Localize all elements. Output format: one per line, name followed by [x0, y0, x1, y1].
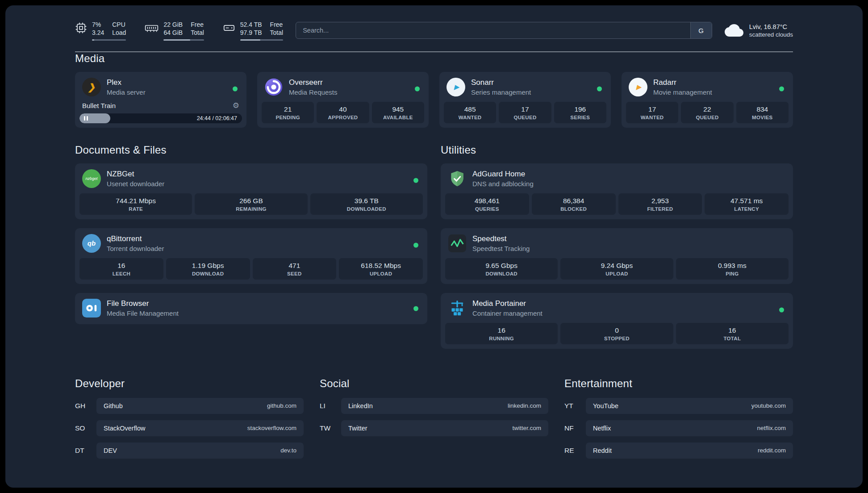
service-stats: 16 RUNNING 0 STOPPED 16 TOTAL: [445, 323, 789, 344]
bookmark-domain: stackoverflow.com: [247, 425, 296, 431]
bookmark-abbr: RE: [564, 447, 586, 455]
stat-value: 40: [318, 105, 367, 113]
stat-tile-running: 16 RUNNING: [445, 323, 558, 344]
bookmark-youtube[interactable]: YouTube youtube.com: [586, 398, 793, 414]
bookmark-domain: reddit.com: [758, 447, 786, 454]
memory-usage-bar: [163, 39, 204, 41]
bookmark-linkedin[interactable]: LinkedIn linkedin.com: [341, 398, 548, 414]
stat-label: TOTAL: [678, 336, 787, 341]
stat-tile-queued: 17 QUEUED: [499, 102, 551, 123]
service-stats: 485 WANTED 17 QUEUED 196 SERIES: [444, 102, 606, 123]
stat-value: 485: [446, 105, 494, 113]
search-provider-button[interactable]: G: [690, 22, 712, 38]
stat-tile-download: 1.19 Gbps DOWNLOAD: [166, 258, 250, 280]
memory-free-label: Free: [191, 21, 204, 29]
status-dot: [779, 87, 784, 92]
adguard-icon: [448, 169, 467, 188]
bookmark-reddit[interactable]: Reddit reddit.com: [586, 443, 793, 459]
cpu-percent: 7%: [92, 21, 104, 29]
service-desc: Speedtest Tracking: [472, 245, 530, 252]
bookmark-name: YouTube: [593, 402, 618, 409]
status-dot: [413, 243, 418, 248]
service-link-adguard[interactable]: AdGuard Home DNS and adblocking: [445, 168, 789, 193]
search-bar: G: [296, 22, 712, 39]
playback-progress-bar[interactable]: 24:44 / 02:06:47: [79, 113, 242, 123]
service-desc: Torrent downloader: [107, 245, 164, 252]
filebrowser-icon: [82, 299, 101, 318]
service-name: Sonarr: [471, 78, 531, 87]
bookmark-row: NF Netflix netflix.com: [564, 420, 793, 436]
stat-value: 0: [562, 326, 671, 334]
pause-icon[interactable]: [84, 116, 88, 121]
main-content: Media ❯ Plex Media server Bullet Train ⚙: [5, 52, 863, 480]
bookmark-twitter[interactable]: Twitter twitter.com: [341, 420, 548, 436]
stat-label: DOWNLOAD: [168, 271, 248, 276]
gear-icon[interactable]: ⚙: [233, 102, 239, 109]
service-stats: 498,461 QUERIES 86,384 BLOCKED 2,953 FIL…: [445, 193, 789, 215]
disk-usage-bar: [240, 39, 283, 41]
bookmark-name: Netflix: [593, 425, 611, 432]
stat-value: 196: [556, 105, 605, 113]
stat-value: 17: [628, 105, 676, 113]
stat-value: 266 GB: [196, 197, 305, 205]
service-link-portainer[interactable]: Media Portainer Container management: [445, 297, 789, 323]
service-link-filebrowser[interactable]: File Browser Media File Management: [79, 297, 423, 320]
section-title-media: Media: [75, 52, 793, 65]
stat-label: LEECH: [81, 271, 162, 276]
service-stats: 9.65 Gbps DOWNLOAD 9.24 Gbps UPLOAD 0.99…: [445, 258, 789, 280]
section-title-entertainment: Entertainment: [564, 377, 793, 390]
bookmark-stackoverflow[interactable]: StackOverflow stackoverflow.com: [96, 420, 304, 436]
service-link-plex[interactable]: ❯ Plex Media server: [79, 76, 242, 102]
portainer-icon: [448, 299, 467, 318]
documents-column: Documents & Files nzbget NZBGet Usenet d…: [75, 144, 427, 324]
stat-label: LATENCY: [706, 206, 787, 212]
service-link-overseerr[interactable]: Overseerr Media Requests: [262, 76, 424, 102]
stat-label: DOWNLOAD: [447, 271, 556, 276]
stat-label: UPLOAD: [341, 271, 421, 276]
stat-value: 744.21 Mbps: [81, 197, 190, 205]
bookmark-domain: linkedin.com: [508, 402, 541, 409]
service-link-nzbget[interactable]: nzbget NZBGet Usenet downloader: [79, 168, 423, 193]
stat-tile-queued: 22 QUEUED: [681, 102, 733, 123]
service-name: Radarr: [653, 78, 712, 87]
search-input[interactable]: [296, 22, 690, 38]
service-desc: DNS and adblocking: [472, 180, 534, 188]
stat-value: 2,953: [620, 197, 701, 205]
bookmark-row: DT DEV dev.to: [75, 443, 304, 459]
cpu-usage-bar: [92, 39, 126, 41]
bookmark-github[interactable]: Github github.com: [96, 398, 304, 414]
bookmark-group-developer: Developer GH Github github.com SO StackO…: [75, 377, 304, 459]
qbittorrent-icon: qb: [82, 234, 101, 253]
service-link-qbittorrent[interactable]: qb qBittorrent Torrent downloader: [79, 233, 423, 258]
dashboard: 7% 3.24 CPU Load: [5, 5, 863, 488]
memory-icon: [145, 22, 159, 34]
bookmark-row: GH Github github.com: [75, 398, 304, 414]
status-dot: [233, 87, 238, 92]
service-link-sonarr[interactable]: ▶ Sonarr Series management: [444, 76, 606, 102]
stat-value: 834: [738, 105, 787, 113]
stat-value: 9.65 Gbps: [447, 262, 556, 270]
stat-label: PING: [678, 271, 787, 276]
service-card-qbittorrent: qb qBittorrent Torrent downloader 16 LEE…: [75, 228, 427, 284]
stat-label: WANTED: [628, 115, 676, 120]
stat-value: 0.993 ms: [678, 262, 787, 270]
stat-label: FILTERED: [620, 206, 701, 212]
bookmark-netflix[interactable]: Netflix netflix.com: [586, 420, 793, 436]
stat-label: STOPPED: [562, 336, 671, 341]
bookmark-name: Github: [104, 402, 123, 409]
service-link-radarr[interactable]: ▶ Radarr Movie management: [626, 76, 789, 102]
stat-tile-rate: 744.21 Mbps RATE: [79, 193, 192, 215]
service-stats: 16 LEECH 1.19 Gbps DOWNLOAD 471 SEED 6: [79, 258, 423, 280]
service-desc: Movie management: [653, 88, 712, 96]
service-desc: Media Requests: [289, 88, 337, 96]
service-name: qBittorrent: [107, 234, 164, 243]
service-link-speedtest[interactable]: Speedtest Speedtest Tracking: [445, 233, 789, 258]
stat-tile-filtered: 2,953 FILTERED: [618, 193, 702, 215]
stat-tile-upload: 618.52 Mbps UPLOAD: [339, 258, 423, 280]
stat-value: 945: [374, 105, 422, 113]
bookmark-dev[interactable]: DEV dev.to: [96, 443, 304, 459]
service-name: AdGuard Home: [472, 170, 534, 179]
weather-widget: Lviv, 16.87°C scattered clouds: [725, 23, 793, 38]
cpu-icon: [75, 22, 87, 34]
service-stats: 17 WANTED 22 QUEUED 834 MOVIES: [626, 102, 789, 123]
